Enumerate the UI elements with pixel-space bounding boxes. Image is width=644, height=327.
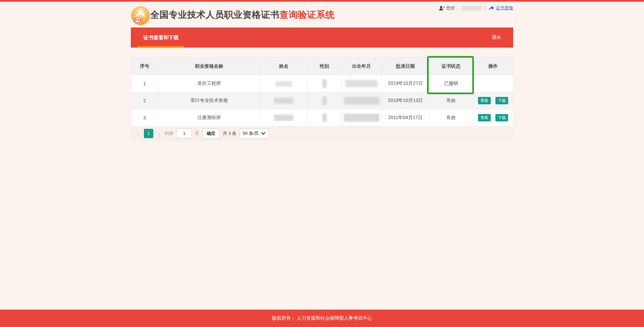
goto-page-label: 到第 — [165, 130, 173, 137]
logo-text: PTA — [135, 18, 141, 22]
cell-qualification: 注册测绘师 — [158, 109, 260, 126]
greeting-text: 您好， — [446, 5, 460, 11]
column-header-status: 证书状态 — [429, 58, 473, 75]
cell-status: 已撤销 — [429, 75, 473, 92]
cell-qualification: 造价工程师 — [158, 75, 260, 92]
view-button[interactable]: 查看 — [478, 114, 491, 121]
confirm-page-button[interactable]: 确定 — [202, 128, 220, 139]
copyright-text: 版权所有： 人力资源和社会保障部人事考试中心 — [272, 315, 372, 321]
cell-gender — [308, 75, 341, 92]
cell-gender — [308, 92, 341, 109]
redacted-name — [275, 81, 292, 87]
cell-name — [260, 92, 308, 109]
page-1-button[interactable]: 1 — [144, 129, 153, 138]
cell-actions: 查看下载 — [473, 109, 514, 126]
share-arrow-icon — [488, 5, 494, 11]
cell-no: 3 — [131, 109, 158, 126]
pta-logo-icon: PTA — [131, 6, 150, 25]
certificates-card: 序号 职业资格名称 姓名 性别 出生年月 批准日期 证书状态 操作 1 造价工程… — [131, 57, 513, 141]
redacted-name — [274, 115, 293, 121]
cell-no: 2 — [131, 92, 158, 109]
table-row: 3 注册测绘师 2011年04月17日 有效 查看下载 — [131, 109, 514, 126]
redacted-gender — [322, 96, 327, 105]
redacted-name — [274, 98, 293, 104]
cell-qualification: 审计专业技术资格 — [158, 92, 260, 109]
redacted-birth — [344, 97, 379, 105]
user-greeting: 您好， | 证书查验 — [439, 5, 513, 11]
cell-status: 有效 — [429, 92, 473, 109]
page-size-value: 50 条/页 — [243, 130, 259, 137]
chevron-down-icon — [261, 132, 265, 135]
table-header-row: 序号 职业资格名称 姓名 性别 出生年月 批准日期 证书状态 操作 — [131, 58, 514, 75]
column-header-name: 姓名 — [260, 58, 308, 75]
redacted-gender — [322, 79, 327, 88]
cell-name — [260, 109, 308, 126]
cell-name — [260, 75, 308, 92]
cell-approval-date: 2019年10月13日 — [382, 92, 429, 109]
tab-certificate-view-download[interactable]: 证书查看和下载 — [138, 28, 184, 48]
column-header-gender: 性别 — [308, 58, 341, 75]
redacted-gender — [322, 113, 327, 122]
cell-actions — [473, 75, 514, 92]
table-row: 1 造价工程师 2019年10月27日 已撤销 — [131, 75, 514, 92]
column-header-birth: 出生年月 — [341, 58, 382, 75]
certificate-verify-link[interactable]: 证书查验 — [496, 5, 513, 11]
active-tab-label: 证书查看和下载 — [144, 35, 179, 41]
page-size-select[interactable]: 50 条/页 — [239, 128, 269, 139]
next-page-button[interactable]: › — [156, 130, 162, 137]
cell-birth — [341, 75, 382, 92]
cell-actions: 查看下载 — [473, 92, 514, 109]
separator: | — [485, 6, 486, 11]
view-button[interactable]: 查看 — [478, 97, 491, 104]
cell-birth — [341, 92, 382, 109]
user-icon — [439, 6, 445, 11]
page-unit-label: 页 — [195, 130, 199, 137]
page-header: PTA 全国专业技术人员职业资格证书查询验证系统 您好， | 证书查验 — [131, 2, 513, 28]
redacted-birth — [344, 114, 379, 122]
prev-page-button[interactable]: ‹ — [135, 130, 141, 137]
page-title-accent: 查询验证系统 — [279, 10, 335, 20]
page-number-input[interactable] — [176, 128, 192, 138]
column-header-qualification: 职业资格名称 — [158, 58, 260, 75]
active-tab-underline — [138, 46, 184, 48]
cell-approval-date: 2011年04月17日 — [382, 109, 429, 126]
main-nav: 证书查看和下载 退出 — [131, 28, 513, 48]
pagination-bar: ‹ 1 › 到第 页 确定 共 3 条 50 条/页 — [131, 126, 513, 141]
logout-button[interactable]: 退出 — [492, 35, 501, 41]
certificates-table: 序号 职业资格名称 姓名 性别 出生年月 批准日期 证书状态 操作 1 造价工程… — [131, 57, 514, 126]
column-header-no: 序号 — [131, 58, 158, 75]
total-count-label: 共 3 条 — [223, 130, 236, 137]
cell-no: 1 — [131, 75, 158, 92]
table-row: 2 审计专业技术资格 2019年10月13日 有效 查看下载 — [131, 92, 514, 109]
page-title: 全国专业技术人员职业资格证书查询验证系统 — [150, 9, 335, 21]
cell-gender — [308, 109, 341, 126]
redacted-birth — [345, 80, 378, 87]
column-header-actions: 操作 — [473, 58, 514, 75]
cell-birth — [341, 109, 382, 126]
cell-status: 有效 — [429, 109, 473, 126]
column-header-approval-date: 批准日期 — [382, 58, 429, 75]
redacted-username — [461, 6, 482, 11]
cell-approval-date: 2019年10月27日 — [382, 75, 429, 92]
download-button[interactable]: 下载 — [495, 97, 508, 104]
footer: 版权所有： 人力资源和社会保障部人事考试中心 — [0, 310, 644, 327]
download-button[interactable]: 下载 — [495, 114, 508, 121]
